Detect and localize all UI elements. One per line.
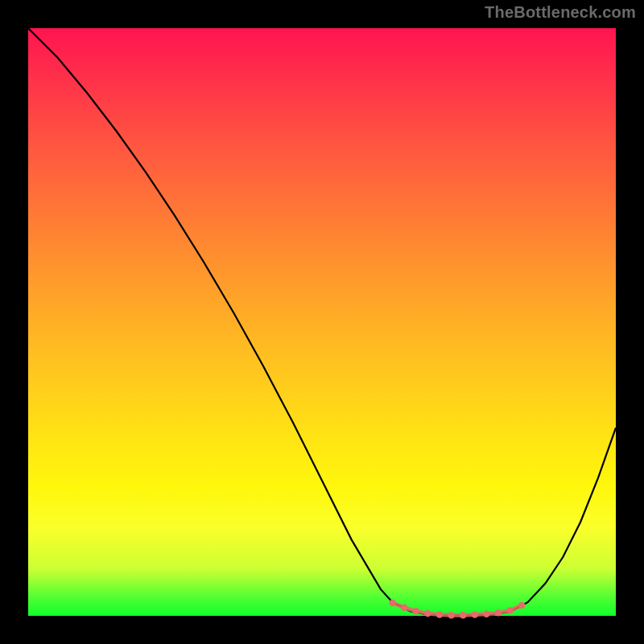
optimal-range-dot (495, 609, 502, 616)
optimal-range-dot (460, 612, 466, 618)
optimal-range-dot (401, 605, 407, 611)
optimal-range-dot (448, 612, 454, 618)
plot-area (28, 28, 616, 616)
optimal-range-dot (518, 602, 525, 609)
bottleneck-curve (28, 28, 616, 615)
optimal-range-dot (424, 610, 431, 617)
optimal-range-markers (389, 600, 525, 619)
optimal-range-dot (472, 611, 478, 617)
optimal-range-dot (506, 607, 513, 613)
chart-frame: TheBottleneck.com (0, 0, 644, 644)
optimal-range-dot (413, 608, 419, 614)
optimal-range-dot (483, 611, 489, 617)
optimal-range-dot (436, 611, 443, 617)
watermark-text: TheBottleneck.com (485, 3, 636, 22)
optimal-range-dot (389, 600, 395, 606)
curve-svg (28, 28, 616, 616)
